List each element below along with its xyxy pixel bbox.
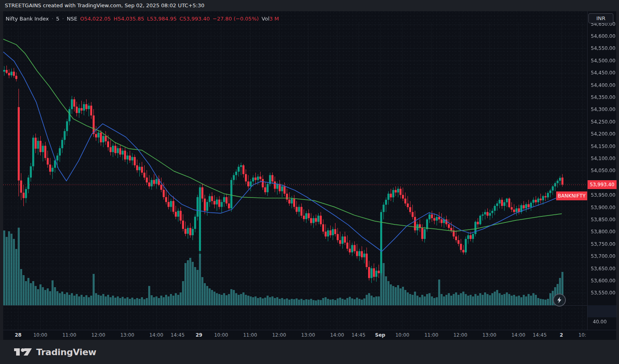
time-axis-label: 14:45 bbox=[352, 332, 366, 338]
price-axis-label: 54,350.00 bbox=[591, 95, 615, 100]
time-axis-day-label: 28 bbox=[15, 332, 22, 338]
time-axis[interactable]: 2810:0011:0012:0013:0014:0014:452910:001… bbox=[3, 330, 616, 340]
price-axis-label: 54,100.00 bbox=[591, 156, 615, 161]
time-axis-label: 10:00 bbox=[214, 332, 228, 338]
symbol-legend[interactable]: Nifty Bank Index · 5 · NSE O54,022.05 H5… bbox=[6, 14, 279, 23]
tradingview-mark-icon bbox=[14, 346, 32, 358]
change-value: −27.80 (−0.05%) bbox=[213, 16, 259, 22]
price-axis-label: 53,700.00 bbox=[591, 253, 615, 259]
time-axis-label: 14:00 bbox=[149, 332, 164, 338]
price-axis-label: 53,800.00 bbox=[591, 229, 615, 234]
price-axis-label: 54,050.00 bbox=[591, 168, 615, 173]
instant-trading-button[interactable] bbox=[553, 294, 566, 306]
time-axis-label: 14:45 bbox=[533, 332, 547, 338]
time-axis-label: 14:45 bbox=[171, 332, 185, 338]
low-value: L53,984.95 bbox=[147, 16, 176, 22]
watermark-bar: STREETGAINS created with TradingView.com… bbox=[0, 0, 619, 11]
price-axis-label: 54,300.00 bbox=[591, 107, 615, 112]
high-value: H54,035.85 bbox=[114, 16, 144, 22]
price-axis-label: 54,400.00 bbox=[591, 82, 615, 88]
tradingview-screenshot: STREETGAINS created with TradingView.com… bbox=[0, 0, 619, 364]
legend-separator: · bbox=[52, 16, 53, 22]
price-axis-label: 53,600.00 bbox=[591, 278, 615, 284]
open-value: O54,022.05 bbox=[80, 16, 111, 22]
time-axis-label: 12:00 bbox=[272, 332, 286, 338]
time-axis-label: 13:00 bbox=[482, 332, 497, 338]
symbol-title[interactable]: Nifty Bank Index bbox=[6, 16, 49, 22]
price-axis-label: 54,200.00 bbox=[591, 131, 615, 137]
volume-pane-axis-strip[interactable] bbox=[588, 305, 617, 317]
volume-scale-label: 40.00 bbox=[593, 319, 607, 325]
price-axis-label: 54,250.00 bbox=[591, 119, 615, 125]
time-axis-label: 13:00 bbox=[120, 332, 135, 338]
watermark-text: STREETGAINS created with TradingView.com… bbox=[5, 2, 205, 8]
price-axis-label: 53,650.00 bbox=[591, 266, 615, 271]
price-axis[interactable]: INR 53,993.40 54,650.0054,600.0054,550.0… bbox=[587, 11, 617, 330]
time-axis-day-label: 2 bbox=[560, 332, 563, 338]
time-axis-label: 11:00 bbox=[424, 332, 439, 338]
last-price-badge: 53,993.40 bbox=[588, 180, 617, 189]
legend-separator2: · bbox=[62, 16, 64, 22]
time-axis-day-label: 29 bbox=[196, 332, 203, 338]
lightning-icon bbox=[557, 297, 562, 303]
price-axis-label: 54,600.00 bbox=[591, 33, 615, 39]
close-value: C53,993.40 bbox=[180, 16, 210, 22]
time-axis-label: 14:00 bbox=[330, 332, 344, 338]
tradingview-brand-text: TradingView bbox=[36, 347, 96, 357]
price-axis-label: 53,550.00 bbox=[591, 290, 615, 296]
time-axis-label: 12:00 bbox=[453, 332, 468, 338]
volume-value: Vol3 M bbox=[262, 16, 279, 22]
time-axis-label: 14:00 bbox=[511, 332, 526, 338]
last-price-symbol-badge: BANKNIFTY bbox=[556, 191, 587, 200]
footer-bar: TradingView bbox=[0, 340, 619, 364]
time-axis-label: 12:00 bbox=[91, 332, 106, 338]
exchange-value: NSE bbox=[67, 16, 77, 22]
price-axis-label: 53,850.00 bbox=[591, 217, 615, 222]
pane-separator[interactable] bbox=[3, 305, 587, 306]
price-axis-label: 54,150.00 bbox=[591, 144, 615, 149]
time-axis-day-label: Sep bbox=[375, 332, 385, 338]
time-axis-label: 13:00 bbox=[301, 332, 315, 338]
tradingview-logo[interactable]: TradingView bbox=[14, 346, 96, 358]
time-axis-label: 10:00 bbox=[395, 332, 410, 338]
chart-widget: Nifty Bank Index · 5 · NSE O54,022.05 H5… bbox=[3, 11, 616, 340]
price-axis-label: 53,900.00 bbox=[591, 205, 615, 210]
time-axis-label: 11:00 bbox=[243, 332, 257, 338]
time-axis-label: 11:00 bbox=[62, 332, 77, 338]
price-axis-label: 54,550.00 bbox=[591, 45, 615, 51]
price-chart-canvas[interactable] bbox=[3, 11, 587, 330]
price-axis-label: 53,950.00 bbox=[591, 192, 615, 198]
interval-value[interactable]: 5 bbox=[56, 16, 59, 22]
price-axis-label: 54,500.00 bbox=[591, 58, 615, 64]
price-axis-label: 53,750.00 bbox=[591, 241, 615, 247]
currency-button[interactable]: INR bbox=[588, 13, 613, 23]
time-axis-label: 10: bbox=[578, 332, 586, 338]
price-axis-label: 54,450.00 bbox=[591, 70, 615, 76]
time-axis-label: 10:00 bbox=[33, 332, 48, 338]
